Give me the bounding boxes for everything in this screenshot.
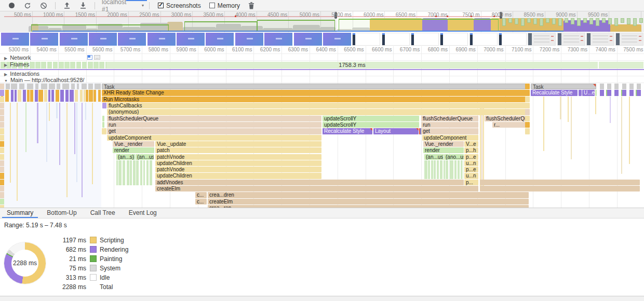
track-main[interactable]: ▼Main — http://localhost:9528/ xyxy=(0,76,644,83)
flame-bar[interactable] xyxy=(102,103,106,108)
flame-bar[interactable] xyxy=(595,90,597,95)
timeline-overview[interactable]: 500 ms1000 ms1500 ms2000 ms2500 ms3000 m… xyxy=(0,11,644,32)
screenshot-thumbnail[interactable] xyxy=(411,33,439,46)
flame-bar[interactable]: flushSchedulerQueue xyxy=(107,116,321,121)
screenshot-thumbnail[interactable] xyxy=(1,33,29,46)
screenshot-thumbnail[interactable] xyxy=(615,33,643,46)
flame-bar[interactable]: flushCallbacks xyxy=(107,103,529,108)
mini-task-bar[interactable] xyxy=(622,84,626,89)
record-button[interactable] xyxy=(7,1,16,10)
flame-bar[interactable]: Layout xyxy=(373,128,419,134)
save-profile-button[interactable] xyxy=(78,1,88,10)
flame-bar[interactable]: updateScrollY xyxy=(323,116,419,121)
screenshot-thumbnail[interactable] xyxy=(206,33,234,46)
flame-bar[interactable] xyxy=(525,128,530,134)
flame-bar[interactable]: updateChildren xyxy=(155,160,321,166)
flame-bar[interactable]: V...e xyxy=(464,141,478,147)
flame-bar[interactable]: u...n xyxy=(464,173,478,179)
mini-task-bar[interactable] xyxy=(637,84,641,89)
screenshot-thumbnail[interactable] xyxy=(586,33,614,46)
flame-bar[interactable]: get xyxy=(421,128,478,134)
mini-style-bar[interactable] xyxy=(607,90,611,95)
screenshot-thumbnail[interactable] xyxy=(60,33,88,46)
frame-bar[interactable] xyxy=(82,62,87,69)
flame-bar[interactable]: createElm xyxy=(208,199,529,204)
flame-bar[interactable]: U...e xyxy=(582,90,595,95)
screenshot-thumbnail[interactable] xyxy=(528,33,556,46)
flame-bar[interactable] xyxy=(525,90,530,95)
mini-task-bar[interactable] xyxy=(614,84,619,89)
mini-style-bar[interactable] xyxy=(600,90,604,95)
screenshot-thumbnail[interactable] xyxy=(382,33,410,46)
screenshot-thumbnail[interactable] xyxy=(469,33,498,46)
flame-bar[interactable]: c... xyxy=(195,192,207,198)
flame-bar[interactable]: (anonymous) xyxy=(107,109,529,115)
network-more-chip[interactable]: ... xyxy=(94,55,100,60)
frame-bar[interactable] xyxy=(70,62,75,69)
flame-bar[interactable]: u...n xyxy=(464,160,478,166)
flame-bar[interactable]: (an...us) xyxy=(424,154,444,160)
flame-bar[interactable]: patchVnode xyxy=(155,154,321,160)
flame-bar[interactable]: Task xyxy=(531,84,596,89)
mini-style-bar[interactable] xyxy=(629,90,634,95)
flame-bar[interactable]: XHR Ready State Change xyxy=(102,90,529,95)
screenshot-thumbnail[interactable] xyxy=(323,33,351,46)
flame-bar[interactable]: createElm xyxy=(155,186,478,191)
flame-bar[interactable]: addVnodes xyxy=(155,180,464,185)
screenshot-thumbnail[interactable] xyxy=(557,33,585,46)
screenshots-checkbox[interactable]: Screenshots xyxy=(158,2,201,9)
screenshot-thumbnail[interactable] xyxy=(118,33,146,46)
tab-event-log[interactable]: Event Log xyxy=(122,208,164,218)
flame-bar[interactable] xyxy=(525,116,530,121)
frame-bar-long[interactable]: 1758.3 ms xyxy=(106,62,598,69)
tab-call-tree[interactable]: Call Tree xyxy=(84,208,122,218)
frame-bar[interactable] xyxy=(93,62,99,69)
flame-bar[interactable]: Vue._update xyxy=(155,141,321,147)
flame-bar[interactable] xyxy=(525,97,530,102)
screenshot-thumbnail[interactable] xyxy=(89,33,117,46)
flame-bar[interactable]: Recalculate Style xyxy=(323,128,372,134)
main-thread-flame-chart[interactable]: TaskTaskXHR Ready State ChangeRecalculat… xyxy=(0,83,644,208)
flame-bar[interactable]: updateComponent xyxy=(107,135,321,141)
flame-bar[interactable] xyxy=(525,103,530,108)
screenshot-thumbnail[interactable] xyxy=(440,33,468,46)
tab-summary[interactable]: Summary xyxy=(0,208,40,218)
mini-style-bar[interactable] xyxy=(622,90,626,95)
flame-bar[interactable]: patch xyxy=(155,147,321,153)
profile-select[interactable]: localhost #1 ▼ xyxy=(102,0,142,13)
flame-bar[interactable] xyxy=(525,109,530,115)
frame-bar[interactable] xyxy=(47,62,52,69)
flame-bar[interactable]: (an...us) xyxy=(136,154,154,160)
frame-bar[interactable] xyxy=(41,62,46,69)
screenshot-thumbnail[interactable] xyxy=(499,33,527,46)
flame-bar[interactable] xyxy=(102,122,104,128)
frame-bar[interactable] xyxy=(88,62,93,69)
flame-bar[interactable] xyxy=(102,128,106,134)
mini-task-bar[interactable] xyxy=(600,84,604,89)
screenshot-thumbnail[interactable] xyxy=(352,33,380,46)
flame-bar[interactable]: p...h xyxy=(464,147,478,153)
tab-bottom-up[interactable]: Bottom-Up xyxy=(40,208,83,218)
frame-bar[interactable] xyxy=(35,62,41,69)
flame-bar[interactable]: crea...dren xyxy=(208,192,529,198)
flame-bar[interactable]: p...e xyxy=(464,154,478,160)
flame-bar[interactable] xyxy=(102,116,104,121)
reload-and-profile-button[interactable] xyxy=(23,1,32,10)
mini-task-bar[interactable] xyxy=(607,84,611,89)
flame-bar[interactable]: render xyxy=(113,147,154,153)
frame-bar[interactable] xyxy=(99,62,104,69)
frame-bar[interactable] xyxy=(59,62,64,69)
flame-bar[interactable] xyxy=(480,186,640,191)
frame-bar[interactable] xyxy=(30,62,35,69)
garbage-collect-button[interactable] xyxy=(247,1,256,10)
track-interactions[interactable]: ▶Interactions xyxy=(0,70,644,76)
flame-bar[interactable]: updateComponent xyxy=(422,135,478,141)
mini-task-bar[interactable] xyxy=(629,84,634,89)
load-profile-button[interactable] xyxy=(62,1,72,10)
flame-bar[interactable]: updateScrollY xyxy=(323,122,419,128)
flame-bar[interactable]: p...e xyxy=(464,167,478,172)
flame-bar[interactable] xyxy=(579,90,582,95)
flame-bar[interactable]: updateChildren xyxy=(155,173,321,179)
screenshot-thumbnail[interactable] xyxy=(235,33,263,46)
flame-bar[interactable]: Vue._render xyxy=(113,141,154,147)
